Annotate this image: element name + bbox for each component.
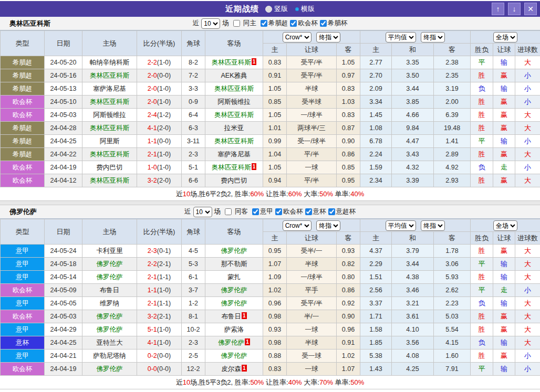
eu-away-odds: 19.48 <box>434 122 471 135</box>
match-row: 希腊超24-05-16奥林匹亚科斯2-0(0-0)7-2AEK雅典0.91受平/… <box>1 69 540 82</box>
same-venue-checkbox[interactable] <box>225 208 232 215</box>
ah-home-odds: 0.98 <box>263 336 287 349</box>
layout-option-vertical[interactable]: 竖版 <box>265 4 288 14</box>
same-venue-checkbox[interactable] <box>233 20 240 27</box>
close-button[interactable]: ✕ <box>524 3 537 15</box>
ah-source-select[interactable]: Crow* <box>283 32 311 43</box>
matches-body: 意甲24-05-24卡利亚里2-3(0-1)4-5佛罗伦萨0.95受半/一0.9… <box>1 245 540 376</box>
league-checkbox[interactable] <box>252 208 259 215</box>
result-group-header: 全场 <box>471 31 540 44</box>
match-date: 24-04-19 <box>45 161 82 174</box>
eu-time-select[interactable]: 终指 <box>421 220 445 231</box>
league-filter-希腊杯[interactable]: 希腊杯 <box>318 19 348 28</box>
away-team-name: 奥林匹亚科斯 <box>214 111 254 119</box>
near-label: 近 <box>184 207 191 216</box>
eu-time-select[interactable]: 终指 <box>421 32 445 43</box>
league-filter-意超杯[interactable]: 意超杯 <box>326 207 356 216</box>
home-team: 佛罗伦萨 <box>82 363 137 376</box>
match-date: 24-05-18 <box>45 258 82 271</box>
away-team: 布鲁日1 <box>205 310 263 323</box>
eu-away-odds: 2.93 <box>434 174 471 187</box>
score-cell: 1-1(0-0) <box>137 135 182 148</box>
eu-home-odds: 4.37 <box>360 245 392 258</box>
col-res-wdl: 胜负 <box>471 232 493 245</box>
score-cell: 0-0(0-0) <box>137 363 182 376</box>
match-date: 24-04-12 <box>45 174 82 187</box>
eu-home-odds: 2.09 <box>360 82 392 96</box>
eu-away-odds: 2.62 <box>434 284 471 297</box>
fulltime-score: 2-0 <box>148 85 157 92</box>
corner-score: 2-5 <box>182 349 205 363</box>
recent-count-select[interactable]: 10 <box>201 18 220 29</box>
score-cell: 0-2(0-0) <box>137 349 182 363</box>
match-date: 24-05-03 <box>45 109 82 122</box>
league-checkbox[interactable] <box>261 20 267 27</box>
ah-source-select[interactable]: Crow* <box>283 220 311 231</box>
col-eu-home: 主 <box>360 232 392 245</box>
result-wdl: 负 <box>471 82 493 96</box>
halftime-score: (0-0) <box>157 352 171 359</box>
eu-home-odds: 1.43 <box>360 363 392 376</box>
away-team: 奥林匹亚科斯 <box>205 82 263 96</box>
league-checkbox[interactable] <box>328 208 335 215</box>
ah-away-odds: 0.83 <box>337 109 360 122</box>
result-handicap: 赢 <box>493 349 515 363</box>
eu-source-select[interactable]: 平均值 <box>386 32 416 43</box>
halftime-score: (1-0) <box>157 287 171 294</box>
eu-home-odds: 2.77 <box>360 56 392 69</box>
away-team: 阿斯顿维拉 <box>205 96 263 109</box>
scroll-up-button[interactable]: ↑ <box>492 3 504 15</box>
radio-unselected-icon <box>265 6 272 13</box>
league-filter-意杯[interactable]: 意杯 <box>303 207 326 216</box>
ah-home-odds: 1.02 <box>263 284 287 297</box>
recent-count-select[interactable]: 10 <box>193 207 212 217</box>
home-team-name: 佛罗伦萨 <box>97 273 123 281</box>
league-type-badge: 欧会杯 <box>1 161 45 174</box>
league-filter-欧会杯[interactable]: 欧会杯 <box>273 207 303 216</box>
halftime-score: (2-1) <box>157 260 171 268</box>
result-handicap: 输 <box>493 258 515 271</box>
col-date: 日期 <box>45 31 82 56</box>
ah-line: 受一球 <box>287 349 337 363</box>
eu-away-odds: 3.19 <box>434 82 471 96</box>
league-filter-意甲[interactable]: 意甲 <box>250 207 273 216</box>
match-row: 欧会杯24-04-12奥林匹亚科斯3-2(2-0)6-6费内巴切0.94平/半0… <box>1 174 540 187</box>
col-corner: 角球 <box>182 219 205 245</box>
result-scope-select[interactable]: 全场 <box>493 220 517 231</box>
league-type-badge: 希腊超 <box>1 135 45 148</box>
result-scope-select[interactable]: 全场 <box>493 32 517 43</box>
eu-draw-odds: 3.21 <box>392 297 434 310</box>
league-checkbox[interactable] <box>305 208 312 215</box>
league-filters: 意甲欧会杯意杯意超杯 <box>250 207 356 216</box>
ah-home-odds: 0.88 <box>263 349 287 363</box>
eu-draw-odds: 4.47 <box>392 135 434 148</box>
ah-away-odds: 0.96 <box>337 323 360 336</box>
league-filter-label: 意杯 <box>313 207 326 216</box>
result-handicap: 输 <box>493 135 515 148</box>
layout-option-horizontal[interactable]: 横版 <box>295 4 315 14</box>
away-team-name: 蒙扎 <box>227 273 241 281</box>
scroll-down-button[interactable]: ↓ <box>508 3 521 15</box>
league-checkbox[interactable] <box>275 208 282 215</box>
ah-time-select[interactable]: 终指 <box>316 220 340 231</box>
league-filter-欧会杯[interactable]: 欧会杯 <box>288 19 318 28</box>
league-type-badge: 希腊超 <box>1 69 45 82</box>
home-team-name: 奥林匹亚科斯 <box>90 72 129 79</box>
result-goals: 大 <box>515 297 540 310</box>
league-checkbox[interactable] <box>320 20 327 27</box>
col-away: 客场 <box>205 219 263 245</box>
score-cell: 1-1(1-0) <box>137 284 182 297</box>
league-filter-希腊超[interactable]: 希腊超 <box>258 19 288 28</box>
score-cell: 2-3(0-1) <box>137 245 182 258</box>
away-team-name: 皮尔森 <box>221 365 241 373</box>
eu-away-odds: 3.06 <box>434 258 471 271</box>
summary-segment: 大率: <box>302 378 319 387</box>
eu-source-select[interactable]: 平均值 <box>386 220 416 231</box>
home-team-name: 维罗纳 <box>100 300 120 307</box>
eu-home-odds: 1.51 <box>360 271 392 284</box>
home-team-name: 佛罗伦萨 <box>97 260 123 268</box>
league-type-badge: 欧会杯 <box>1 310 45 323</box>
ah-time-select[interactable]: 终指 <box>316 32 340 43</box>
eu-home-odds: 2.24 <box>360 148 392 161</box>
league-checkbox[interactable] <box>290 20 297 27</box>
